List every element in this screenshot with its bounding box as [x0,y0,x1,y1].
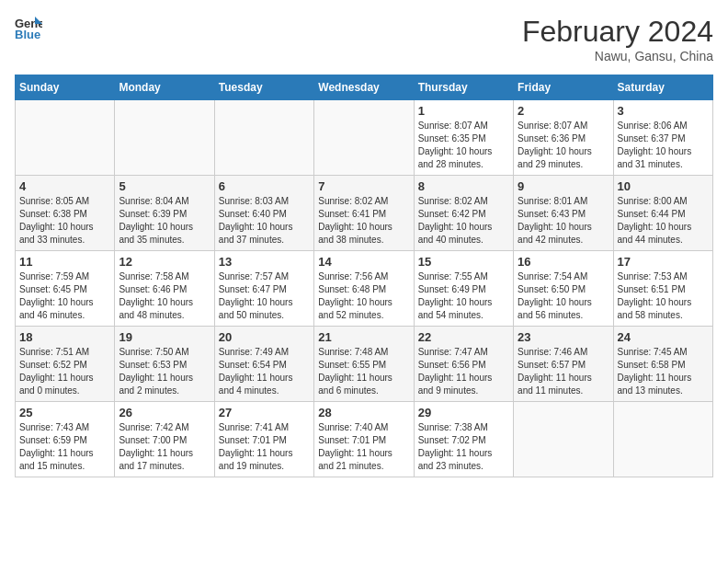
day-number: 11 [19,255,110,269]
calendar-cell: 9Sunrise: 8:01 AMSunset: 6:43 PMDaylight… [514,176,613,251]
day-info: Sunrise: 7:38 AMSunset: 7:02 PMDaylight:… [418,421,509,473]
day-number: 3 [618,104,709,118]
day-info: Sunrise: 7:54 AMSunset: 6:50 PMDaylight:… [518,270,609,322]
day-number: 10 [618,179,709,193]
calendar-cell: 7Sunrise: 8:02 AMSunset: 6:41 PMDaylight… [314,176,414,251]
day-info: Sunrise: 7:58 AMSunset: 6:46 PMDaylight:… [119,270,210,322]
day-info: Sunrise: 7:49 AMSunset: 6:54 PMDaylight:… [219,346,310,397]
day-header-friday: Friday [514,75,613,100]
day-number: 28 [318,406,409,419]
calendar-table: SundayMondayTuesdayWednesdayThursdayFrid… [15,75,713,477]
svg-text:Blue: Blue [15,28,40,40]
day-number: 24 [618,330,709,344]
day-header-tuesday: Tuesday [214,75,313,100]
calendar-cell: 19Sunrise: 7:50 AMSunset: 6:53 PMDayligh… [115,327,214,402]
day-info: Sunrise: 7:43 AMSunset: 6:59 PMDaylight:… [19,421,110,473]
day-info: Sunrise: 8:04 AMSunset: 6:39 PMDaylight:… [119,195,210,247]
calendar-cell [115,100,214,176]
location: Nawu, Gansu, China [522,49,713,63]
day-number: 4 [19,179,110,193]
day-info: Sunrise: 7:40 AMSunset: 7:01 PMDaylight:… [318,421,409,473]
day-info: Sunrise: 7:50 AMSunset: 6:53 PMDaylight:… [119,346,210,397]
calendar-cell: 21Sunrise: 7:48 AMSunset: 6:55 PMDayligh… [314,327,414,402]
day-header-sunday: Sunday [16,75,115,100]
day-number: 8 [418,179,509,193]
day-number: 20 [219,330,310,344]
calendar-cell: 6Sunrise: 8:03 AMSunset: 6:40 PMDaylight… [214,176,313,251]
logo: General Blue [15,15,42,40]
calendar-cell: 1Sunrise: 8:07 AMSunset: 6:35 PMDaylight… [414,100,513,176]
calendar-cell: 14Sunrise: 7:56 AMSunset: 6:48 PMDayligh… [314,251,414,327]
calendar-cell: 3Sunrise: 8:06 AMSunset: 6:37 PMDaylight… [613,100,712,176]
calendar-cell: 5Sunrise: 8:04 AMSunset: 6:39 PMDaylight… [115,176,214,251]
page-header: General Blue February 2024 Nawu, Gansu, … [15,15,713,63]
day-header-monday: Monday [115,75,214,100]
day-info: Sunrise: 8:05 AMSunset: 6:38 PMDaylight:… [19,195,110,247]
calendar-cell: 20Sunrise: 7:49 AMSunset: 6:54 PMDayligh… [214,327,313,402]
day-info: Sunrise: 8:03 AMSunset: 6:40 PMDaylight:… [219,195,310,247]
day-header-wednesday: Wednesday [314,75,414,100]
day-info: Sunrise: 8:07 AMSunset: 6:35 PMDaylight:… [418,120,509,171]
day-number: 13 [219,255,310,269]
day-info: Sunrise: 8:02 AMSunset: 6:42 PMDaylight:… [418,195,509,247]
calendar-cell: 27Sunrise: 7:41 AMSunset: 7:01 PMDayligh… [214,402,313,477]
day-number: 14 [318,255,409,269]
calendar-cell: 17Sunrise: 7:53 AMSunset: 6:51 PMDayligh… [613,251,712,327]
day-info: Sunrise: 7:47 AMSunset: 6:56 PMDaylight:… [418,346,509,397]
calendar-cell: 24Sunrise: 7:45 AMSunset: 6:58 PMDayligh… [613,327,712,402]
calendar-cell: 2Sunrise: 8:07 AMSunset: 6:36 PMDaylight… [514,100,613,176]
day-number: 12 [119,255,210,269]
calendar-cell: 13Sunrise: 7:57 AMSunset: 6:47 PMDayligh… [214,251,313,327]
day-number: 17 [618,255,709,269]
calendar-cell: 16Sunrise: 7:54 AMSunset: 6:50 PMDayligh… [514,251,613,327]
day-number: 6 [219,179,310,193]
calendar-cell: 28Sunrise: 7:40 AMSunset: 7:01 PMDayligh… [314,402,414,477]
day-info: Sunrise: 7:59 AMSunset: 6:45 PMDaylight:… [19,270,110,322]
logo-icon: General Blue [15,15,42,40]
calendar-cell [214,100,313,176]
day-info: Sunrise: 8:07 AMSunset: 6:36 PMDaylight:… [518,120,609,171]
calendar-cell [314,100,414,176]
day-info: Sunrise: 7:51 AMSunset: 6:52 PMDaylight:… [19,346,110,397]
day-info: Sunrise: 8:06 AMSunset: 6:37 PMDaylight:… [618,120,709,171]
title-block: February 2024 Nawu, Gansu, China [522,15,713,63]
calendar-cell: 25Sunrise: 7:43 AMSunset: 6:59 PMDayligh… [16,402,115,477]
day-info: Sunrise: 7:56 AMSunset: 6:48 PMDaylight:… [318,270,409,322]
day-info: Sunrise: 7:55 AMSunset: 6:49 PMDaylight:… [418,270,509,322]
day-number: 27 [219,406,310,419]
day-info: Sunrise: 7:57 AMSunset: 6:47 PMDaylight:… [219,270,310,322]
day-number: 5 [119,179,210,193]
calendar-cell: 26Sunrise: 7:42 AMSunset: 7:00 PMDayligh… [115,402,214,477]
day-number: 7 [318,179,409,193]
day-number: 1 [418,104,509,118]
day-header-thursday: Thursday [414,75,513,100]
calendar-cell: 11Sunrise: 7:59 AMSunset: 6:45 PMDayligh… [16,251,115,327]
calendar-cell: 12Sunrise: 7:58 AMSunset: 6:46 PMDayligh… [115,251,214,327]
month-year: February 2024 [522,15,713,49]
day-info: Sunrise: 7:42 AMSunset: 7:00 PMDaylight:… [119,421,210,473]
day-info: Sunrise: 8:00 AMSunset: 6:44 PMDaylight:… [618,195,709,247]
day-info: Sunrise: 7:46 AMSunset: 6:57 PMDaylight:… [518,346,609,397]
day-number: 16 [518,255,609,269]
day-number: 19 [119,330,210,344]
day-number: 22 [418,330,509,344]
calendar-cell [16,100,115,176]
day-info: Sunrise: 8:01 AMSunset: 6:43 PMDaylight:… [518,195,609,247]
day-info: Sunrise: 7:41 AMSunset: 7:01 PMDaylight:… [219,421,310,473]
day-number: 23 [518,330,609,344]
calendar-cell: 4Sunrise: 8:05 AMSunset: 6:38 PMDaylight… [16,176,115,251]
day-info: Sunrise: 7:48 AMSunset: 6:55 PMDaylight:… [318,346,409,397]
day-number: 29 [418,406,509,419]
day-number: 2 [518,104,609,118]
day-header-saturday: Saturday [613,75,712,100]
calendar-cell: 29Sunrise: 7:38 AMSunset: 7:02 PMDayligh… [414,402,513,477]
calendar-cell: 23Sunrise: 7:46 AMSunset: 6:57 PMDayligh… [514,327,613,402]
day-number: 21 [318,330,409,344]
day-number: 9 [518,179,609,193]
calendar-cell: 18Sunrise: 7:51 AMSunset: 6:52 PMDayligh… [16,327,115,402]
calendar-cell: 10Sunrise: 8:00 AMSunset: 6:44 PMDayligh… [613,176,712,251]
day-info: Sunrise: 7:53 AMSunset: 6:51 PMDaylight:… [618,270,709,322]
calendar-cell: 8Sunrise: 8:02 AMSunset: 6:42 PMDaylight… [414,176,513,251]
day-info: Sunrise: 8:02 AMSunset: 6:41 PMDaylight:… [318,195,409,247]
day-number: 26 [119,406,210,419]
